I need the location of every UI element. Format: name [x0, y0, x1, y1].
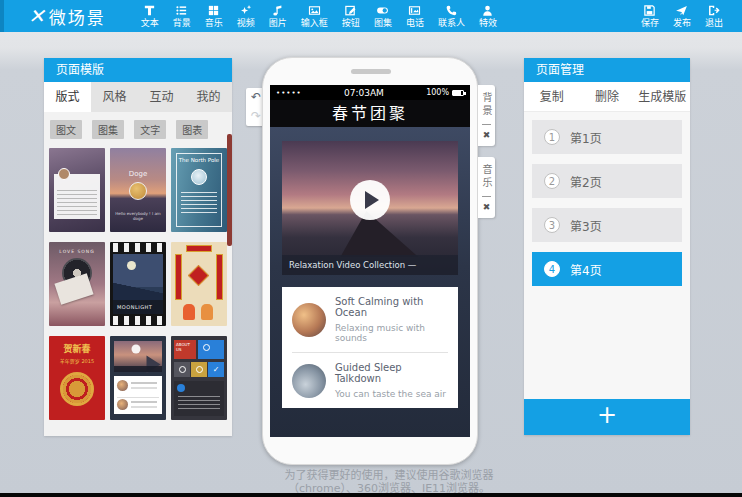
- tab-interactive[interactable]: 互动: [138, 82, 185, 112]
- signal-dots: •••••: [276, 89, 302, 97]
- phone-screen: ••••• 07:03AM 100% 春节团聚 Relaxation Video…: [270, 85, 470, 437]
- template-scrollbar[interactable]: [227, 134, 232, 246]
- tab-style[interactable]: 风格: [91, 82, 138, 112]
- headphones-tile-icon: [179, 366, 186, 373]
- delete-page-button[interactable]: 删除: [579, 82, 634, 111]
- toolbar-item-input[interactable]: 输入框: [294, 0, 335, 32]
- page-number-badge: 3: [544, 217, 560, 233]
- framed-picture-icon: [408, 4, 421, 17]
- battery-percent: 100%: [426, 88, 449, 97]
- filter-chart[interactable]: 图表: [176, 120, 208, 139]
- playlist-item[interactable]: Soft Calming with Ocean Relaxing music w…: [282, 287, 458, 352]
- tab-mine[interactable]: 我的: [185, 82, 232, 112]
- toolbar-right-items: 保存 发布 退出: [634, 0, 730, 32]
- battery-icon: [452, 90, 464, 96]
- close-icon[interactable]: ✖: [483, 130, 491, 140]
- toolbar-item-gallery[interactable]: 图集: [367, 0, 399, 32]
- minimize-dash: [482, 196, 491, 197]
- status-bar: ••••• 07:03AM 100%: [270, 85, 470, 100]
- template-panel: 页面模版 版式 风格 互动 我的 图文 图集 文字 图表 Doge Hello …: [44, 58, 232, 436]
- filter-image-text[interactable]: 图文: [50, 120, 82, 139]
- picture-icon: [308, 4, 321, 17]
- template-doge[interactable]: Doge Hello everybody ! I am doge: [110, 148, 166, 232]
- page-number-badge: 1: [544, 129, 560, 145]
- playlist-thumb-rocks: [292, 364, 326, 398]
- list-icon: [175, 4, 188, 17]
- exit-icon: [707, 4, 720, 17]
- template-panel-title: 页面模版: [44, 58, 232, 82]
- add-page-button[interactable]: +: [524, 399, 690, 435]
- layer-tab-background[interactable]: 背景 ✖: [478, 85, 495, 146]
- page-actions: 复制 删除 生成模版: [524, 82, 690, 112]
- exit-button[interactable]: 退出: [698, 0, 730, 32]
- page-item-3[interactable]: 3 第3页: [532, 208, 682, 242]
- minimize-dash: [482, 124, 491, 125]
- toolbar-item-phone[interactable]: 电话: [399, 0, 431, 32]
- chat-tile-icon: [196, 366, 203, 373]
- save-icon: [643, 4, 656, 17]
- page-number-badge: 2: [544, 173, 560, 189]
- layer-tab-music[interactable]: 音乐 ✖: [478, 157, 495, 218]
- page-item-2[interactable]: 2 第2页: [532, 164, 682, 198]
- edit-icon: [344, 4, 357, 17]
- publish-button[interactable]: 发布: [666, 0, 698, 32]
- logo-text: 微场景: [49, 4, 106, 29]
- person-icon: [481, 4, 494, 17]
- phone-mockup: ••••• 07:03AM 100% 春节团聚 Relaxation Video…: [262, 57, 478, 465]
- template-tabs: 版式 风格 互动 我的: [44, 82, 232, 112]
- toggle-icon: [376, 4, 389, 17]
- toolbar-item-contacts[interactable]: 联系人: [431, 0, 472, 32]
- playlist-item[interactable]: Guided Sleep Talkdown You can taste the …: [282, 353, 458, 408]
- toolbar-item-music[interactable]: 音乐: [198, 0, 230, 32]
- page-item-1[interactable]: 1 第1页: [532, 120, 682, 154]
- moon: [127, 261, 136, 270]
- template-filters: 图文 图集 文字 图表: [44, 112, 232, 143]
- play-button[interactable]: [350, 180, 390, 220]
- video-element[interactable]: Relaxation Video Collection —: [282, 141, 458, 275]
- tab-layout[interactable]: 版式: [44, 82, 91, 112]
- browser-hint-text: 为了获得更好的使用，建议使用谷歌浏览器 （chrome）、360浏览器、IE11…: [264, 469, 514, 495]
- avatar: [129, 182, 147, 200]
- page-item-4-selected[interactable]: 4 第4页: [532, 252, 682, 286]
- bottom-bar: [0, 493, 742, 497]
- template-new-year-couplets[interactable]: [171, 242, 227, 326]
- toolbar-items: 文本 背景 音乐 视频 图片 输入框: [134, 0, 504, 32]
- page-list: 1 第1页 2 第2页 3 第3页 4 第4页: [524, 112, 690, 304]
- app-logo: ✕ 微场景: [28, 4, 106, 29]
- toolbar-item-background[interactable]: 背景: [166, 0, 198, 32]
- toolbar-item-button[interactable]: 按钮: [335, 0, 367, 32]
- page-manager-title: 页面管理: [524, 58, 690, 82]
- copy-page-button[interactable]: 复制: [524, 82, 579, 111]
- music-note-icon: [271, 4, 284, 17]
- toolbar-item-text[interactable]: 文本: [134, 0, 166, 32]
- toolbar-item-image[interactable]: 图片: [262, 0, 294, 32]
- filter-gallery[interactable]: 图集: [92, 120, 124, 139]
- template-north-pole[interactable]: The North Pole: [171, 148, 227, 232]
- template-about-us[interactable]: ABOUT US ✓: [171, 336, 227, 420]
- save-button[interactable]: 保存: [634, 0, 666, 32]
- check-tile-icon: ✓: [208, 362, 224, 377]
- close-icon[interactable]: ✖: [483, 202, 491, 212]
- template-he-xin-chun[interactable]: 贺新春 羊年贺岁 2015: [49, 336, 105, 420]
- make-template-button[interactable]: 生成模版: [635, 82, 690, 111]
- template-grid: Doge Hello everybody ! I am doge The Nor…: [44, 143, 232, 425]
- filter-text[interactable]: 文字: [134, 120, 166, 139]
- text-icon: [143, 4, 156, 17]
- toolbar-item-video[interactable]: 视频: [230, 0, 262, 32]
- page-content: Relaxation Video Collection — Soft Calmi…: [270, 127, 470, 437]
- template-video-collection[interactable]: [110, 336, 166, 420]
- template-photo-quote-card[interactable]: [49, 148, 105, 232]
- page-manager-panel: 页面管理 复制 删除 生成模版 1 第1页 2 第2页 3 第3页 4 第4页: [524, 58, 690, 435]
- phone-tile-icon: [203, 344, 210, 351]
- battery-status: 100%: [426, 88, 464, 97]
- page-title[interactable]: 春节团聚: [270, 100, 470, 127]
- page-number-badge: 4: [544, 261, 560, 277]
- toolbar-item-effects[interactable]: 特效: [472, 0, 504, 32]
- template-moonlight[interactable]: MOONLIGHT: [110, 242, 166, 326]
- status-time: 07:03AM: [302, 88, 426, 98]
- top-toolbar: ✕ 微场景 文本 背景 音乐 视频 图片: [0, 0, 742, 32]
- playlist-thumb-ocean: [292, 303, 326, 337]
- logo-x-icon: ✕: [28, 4, 43, 28]
- playlist-card: Soft Calming with Ocean Relaxing music w…: [282, 287, 458, 408]
- template-love-song[interactable]: LOVE SONG: [49, 242, 105, 326]
